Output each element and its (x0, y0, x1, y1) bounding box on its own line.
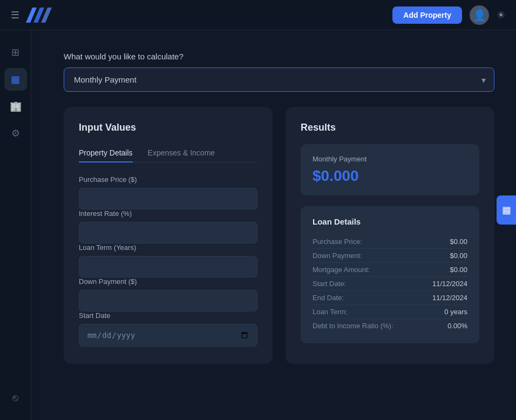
field-loan-term: Loan Term (Years) (79, 243, 257, 277)
loan-row-dti: Debt to Income Ratio (%): 0.00% (313, 319, 467, 333)
loan-key-end-date: End Date: (313, 294, 344, 302)
calculator-icon: ▦ (11, 73, 20, 85)
loan-val-loan-term: 0 years (444, 308, 467, 316)
menu-icon[interactable]: ☰ (11, 9, 19, 21)
topnav-left: ☰ (11, 8, 386, 23)
interest-rate-input[interactable] (79, 222, 257, 243)
topnav: ☰ Add Property 👤 ☀ (0, 0, 516, 30)
loan-key-down-payment: Down Payment: (313, 252, 362, 260)
loan-val-purchase-price: $0.00 (450, 238, 467, 246)
loan-row-loan-term: Loan Term: 0 years (313, 305, 467, 319)
dashboard-icon: ⊞ (11, 46, 19, 58)
interest-rate-label: Interest Rate (%) (79, 209, 257, 218)
settings-icon: ⚙ (11, 127, 20, 139)
loan-key-purchase-price: Purchase Price: (313, 238, 362, 246)
columns-container: Input Values Property Details Expenses &… (64, 107, 494, 364)
field-down-payment: Down Payment ($) (79, 277, 257, 311)
loan-row-purchase-price: Purchase Price: $0.00 (313, 235, 467, 249)
sidebar: ⊞ ▦ 🏢 ⚙ ⎋ (0, 30, 31, 420)
loan-val-dti: 0.00% (447, 322, 467, 330)
loan-term-label: Loan Term (Years) (79, 243, 257, 252)
loan-key-start-date: Start Date: (313, 280, 346, 288)
loan-details-title: Loan Details (313, 217, 467, 226)
float-calculator-button[interactable]: ▦ (497, 195, 516, 225)
loan-row-mortgage-amount: Mortgage Amount: $0.00 (313, 263, 467, 277)
results-card: Results Monthly Payment $0.000 Loan Deta… (286, 107, 494, 364)
avatar[interactable]: 👤 (470, 5, 489, 25)
loan-row-end-date: End Date: 11/12/2024 (313, 291, 467, 305)
loan-key-loan-term: Loan Term: (313, 308, 348, 316)
results-title: Results (301, 122, 479, 133)
input-values-card: Input Values Property Details Expenses &… (64, 107, 273, 364)
sidebar-item-logout[interactable]: ⎋ (4, 387, 27, 409)
sidebar-item-dashboard[interactable]: ⊞ (4, 41, 27, 64)
logout-icon: ⎋ (12, 392, 18, 404)
loan-row-start-date: Start Date: 11/12/2024 (313, 277, 467, 291)
monthly-payment-box: Monthly Payment $0.000 (301, 144, 479, 195)
topnav-right: Add Property 👤 ☀ (392, 5, 505, 25)
monthly-payment-value: $0.000 (313, 167, 467, 185)
field-start-date: Start Date (79, 311, 257, 347)
loan-key-dti: Debt to Income Ratio (%): (313, 322, 393, 330)
properties-icon: 🏢 (10, 100, 22, 112)
tabs: Property Details Expenses & Income (79, 144, 257, 162)
calc-select-wrapper: Monthly Payment Purchase Price Down Paym… (64, 67, 494, 92)
calc-select[interactable]: Monthly Payment Purchase Price Down Paym… (64, 67, 494, 92)
purchase-price-label: Purchase Price ($) (79, 175, 257, 184)
sidebar-item-calculator[interactable]: ▦ (4, 68, 27, 91)
loan-val-start-date: 11/12/2024 (432, 280, 467, 288)
input-values-title: Input Values (79, 122, 257, 133)
theme-icon[interactable]: ☀ (497, 9, 505, 21)
main-content: What would you like to calculate? Monthl… (31, 30, 516, 420)
loan-details-box: Loan Details Purchase Price: $0.00 Down … (301, 206, 479, 343)
start-date-input[interactable] (79, 324, 257, 347)
start-date-label: Start Date (79, 311, 257, 320)
sidebar-item-properties[interactable]: 🏢 (4, 95, 27, 118)
loan-key-mortgage-amount: Mortgage Amount: (313, 266, 370, 274)
loan-row-down-payment: Down Payment: $0.00 (313, 249, 467, 263)
down-payment-label: Down Payment ($) (79, 277, 257, 286)
tab-property-details[interactable]: Property Details (79, 144, 133, 162)
loan-term-input[interactable] (79, 256, 257, 277)
tab-expenses-income[interactable]: Expenses & Income (148, 144, 215, 162)
purchase-price-input[interactable] (79, 188, 257, 209)
logo (26, 8, 52, 23)
monthly-payment-label: Monthly Payment (313, 155, 467, 163)
down-payment-input[interactable] (79, 290, 257, 311)
loan-val-end-date: 11/12/2024 (432, 294, 467, 302)
field-interest-rate: Interest Rate (%) (79, 209, 257, 243)
loan-val-mortgage-amount: $0.00 (450, 266, 467, 274)
calc-question-label: What would you like to calculate? (64, 52, 494, 61)
add-property-button[interactable]: Add Property (392, 6, 462, 24)
field-purchase-price: Purchase Price ($) (79, 175, 257, 209)
loan-val-down-payment: $0.00 (450, 252, 467, 260)
sidebar-item-settings[interactable]: ⚙ (4, 122, 27, 145)
calculator-float-icon: ▦ (502, 204, 511, 216)
